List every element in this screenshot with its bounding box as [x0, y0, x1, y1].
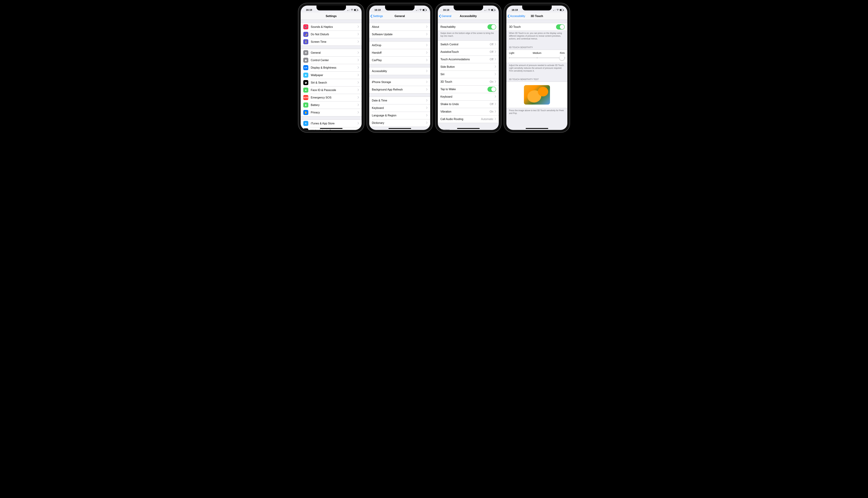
settings-row[interactable]: AirDrop — [369, 41, 430, 49]
settings-row[interactable]: Keyboard — [438, 93, 499, 101]
chevron-icon — [357, 96, 359, 99]
settings-row[interactable]: Touch AccommodationsOff — [438, 56, 499, 63]
settings-row[interactable]: Handoff — [369, 49, 430, 56]
row-value: On — [490, 80, 493, 83]
toggle[interactable] — [556, 24, 565, 29]
settings-row[interactable]: Call Audio RoutingAutomatic — [438, 115, 499, 123]
row-label: Tap to Wake — [440, 88, 487, 91]
home-indicator[interactable] — [526, 128, 548, 129]
status-icons — [553, 9, 564, 11]
row-icon: ◉ — [303, 58, 308, 63]
settings-row[interactable]: Siri — [438, 70, 499, 78]
home-indicator[interactable] — [320, 128, 342, 129]
settings-row[interactable]: Side Button — [438, 63, 499, 70]
chevron-icon — [426, 106, 428, 109]
chevron-icon — [357, 51, 359, 54]
row-label: Sounds & Haptics — [311, 25, 357, 28]
row-label: Siri — [440, 73, 495, 76]
content[interactable]: AboutSoftware UpdateAirDropHandoffCarPla… — [369, 20, 430, 130]
settings-row[interactable]: AiTunes & App Store — [301, 120, 362, 127]
section-header: 3D TOUCH SENSITIVITY — [506, 43, 567, 50]
back-label: Accessibility — [510, 15, 525, 18]
back-button[interactable]: Accessibility — [506, 14, 525, 18]
home-indicator[interactable] — [457, 128, 480, 129]
toggle[interactable] — [487, 24, 496, 29]
settings-row[interactable]: iPhone Storage — [369, 78, 430, 86]
row-icon: ◕ — [303, 80, 308, 85]
row-icon: AA — [303, 65, 308, 70]
back-label: General — [442, 15, 451, 18]
sensitivity-slider[interactable] — [509, 55, 565, 60]
chevron-icon — [357, 129, 359, 130]
row-label: Screen Time — [311, 40, 357, 43]
toggle[interactable] — [487, 87, 496, 92]
back-button[interactable]: Settings — [369, 14, 383, 18]
settings-row[interactable]: ◕Siri & Search — [301, 79, 362, 86]
slider-labels: LightMediumFirm — [509, 52, 565, 54]
settings-row[interactable]: Shake to UndoOff — [438, 101, 499, 108]
chevron-icon — [426, 88, 428, 91]
settings-row[interactable]: Software Update — [369, 30, 430, 38]
section-footer: When 3D Touch is on, you can press on th… — [506, 31, 567, 40]
settings-row[interactable]: Language & Region — [369, 112, 430, 119]
settings-row[interactable]: CarPlay — [369, 56, 430, 64]
settings-row[interactable]: Background App Refresh — [369, 86, 430, 93]
chevron-icon — [357, 59, 359, 62]
sensitivity-test-image[interactable] — [524, 85, 550, 105]
settings-row[interactable]: ⚙︎General — [301, 49, 362, 56]
settings-row[interactable]: ❀Wallpaper — [301, 71, 362, 79]
row-label: Wallet & Apple Pay — [311, 129, 357, 130]
row-label: Shake to Undo — [440, 103, 490, 106]
settings-row[interactable]: ⏳Screen Time — [301, 38, 362, 45]
settings-row[interactable]: Switch ControlOff — [438, 41, 499, 48]
settings-row[interactable]: 🌙Do Not Disturb — [301, 30, 362, 38]
settings-row[interactable]: SOSEmergency SOS — [301, 94, 362, 101]
row-value: Automatic — [481, 118, 493, 121]
chevron-icon — [357, 122, 359, 125]
home-indicator[interactable] — [389, 128, 411, 129]
wifi-icon — [419, 9, 422, 11]
section-footer: Adjust the amount of pressure needed to … — [506, 63, 567, 73]
battery-icon — [422, 9, 426, 11]
settings-row[interactable]: ▮Battery — [301, 101, 362, 109]
chevron-icon — [495, 58, 496, 61]
settings-row[interactable]: ◉Control Center — [301, 56, 362, 64]
settings-row[interactable]: VibrationOn — [438, 108, 499, 115]
row-value: Off — [490, 50, 493, 53]
section-footer: Swipe down on the bottom edge of the scr… — [438, 31, 499, 37]
row-value: Off — [490, 43, 493, 46]
settings-row[interactable]: AADisplay & Brightness — [301, 64, 362, 71]
settings-row: Tap to Wake — [438, 86, 499, 93]
chevron-icon — [495, 95, 496, 98]
settings-row[interactable]: 🔊Sounds & Haptics — [301, 23, 362, 30]
settings-row[interactable]: AssistiveTouchOff — [438, 48, 499, 56]
row-label: Call Audio Routing — [440, 118, 481, 121]
content[interactable]: 3D TouchWhen 3D Touch is on, you can pre… — [506, 20, 567, 130]
row-value: Off — [490, 58, 493, 61]
settings-row[interactable]: Accessibility — [369, 67, 430, 75]
settings-row[interactable]: ✋Privacy — [301, 109, 362, 116]
settings-row[interactable]: About — [369, 23, 430, 30]
settings-row[interactable]: Dictionary — [369, 119, 430, 127]
row-label: Software Update — [372, 33, 426, 36]
navigation-bar: GeneralAccessibility — [438, 13, 499, 20]
chevron-icon — [357, 33, 359, 36]
row-label: Date & Time — [372, 99, 426, 102]
settings-row[interactable]: 3D TouchOn — [438, 78, 499, 86]
row-label: AirDrop — [372, 44, 426, 47]
content[interactable]: 🔊Sounds & Haptics🌙Do Not Disturb⏳Screen … — [301, 20, 362, 130]
settings-row[interactable]: Date & Time — [369, 97, 430, 104]
chevron-icon — [357, 25, 359, 28]
clock: 16:19 — [306, 9, 312, 11]
settings-row[interactable]: ☻Face ID & Passcode — [301, 86, 362, 94]
row-label: Battery — [311, 104, 357, 107]
signal-icon — [553, 9, 556, 11]
status-icons — [416, 9, 426, 11]
row-icon: ▮ — [303, 103, 308, 107]
chevron-icon — [426, 44, 428, 47]
row-value: Off — [490, 103, 493, 106]
back-button[interactable]: General — [438, 14, 451, 18]
settings-row[interactable]: Keyboard — [369, 104, 430, 112]
row-value: On — [490, 110, 493, 113]
content[interactable]: ReachabilitySwipe down on the bottom edg… — [438, 20, 499, 130]
